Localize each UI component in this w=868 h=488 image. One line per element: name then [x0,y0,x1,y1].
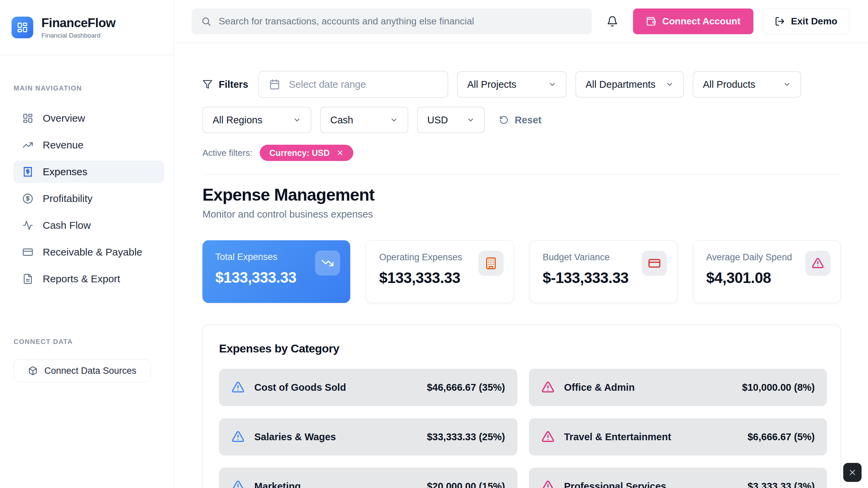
projects-select-value: All Projects [467,79,516,90]
category-row-salaries-wages[interactable]: Salaries & Wages $33,333.33 (25%) [219,418,517,455]
credit-card-icon [22,247,33,258]
connect-data-sources-button[interactable]: Connect Data Sources [14,359,151,382]
category-value: $46,666.67 (35%) [427,382,505,393]
nav-section-label: MAIN NAVIGATION [14,84,164,92]
remove-filter-icon[interactable] [336,149,344,157]
expenses-by-category-card: Expenses by Category Cost of Goods Sold … [202,325,841,488]
filter-row-2: All Regions Cash USD Reset [202,107,841,133]
currency-select[interactable]: USD [417,107,485,133]
reset-filters-button[interactable]: Reset [499,115,541,126]
sidebar: FinanceFlow Financial Dashboard MAIN NAV… [0,0,174,488]
category-section-title: Expenses by Category [219,342,827,355]
alert-triangle-icon [541,381,555,394]
regions-select-value: All Regions [213,115,262,126]
category-value: $6,666.67 (5%) [748,431,815,443]
filters-panel: Filters Select date range All Projects A… [202,71,841,175]
category-label: Travel & Entertainment [564,431,738,443]
category-row-marketing[interactable]: Marketing $20,000.00 (15%) [219,468,517,488]
connect-account-button[interactable]: Connect Account [633,8,753,34]
category-label: Salaries & Wages [254,431,417,443]
category-label: Office & Admin [564,382,733,393]
filters-title-label: Filters [219,79,248,90]
main-navigation: MAIN NAVIGATION Overview Revenue Expense… [0,55,174,290]
brand-text: FinanceFlow Financial Dashboard [41,16,116,39]
connect-section-label: CONNECT DATA [14,338,164,346]
page-subtitle: Monitor and control business expenses [202,209,841,220]
topbar: Connect Account Exit Demo [174,0,868,43]
connect-account-label: Connect Account [662,16,741,27]
alert-triangle-icon [541,480,555,488]
cube-icon [28,366,38,375]
departments-select[interactable]: All Departments [575,71,684,98]
x-icon [848,468,857,477]
trending-down-icon [321,257,334,269]
sidebar-item-receivable-payable[interactable]: Receivable & Payable [14,241,164,263]
connect-data-sources-label: Connect Data Sources [44,366,137,376]
sidebar-item-profitability[interactable]: Profitability [14,187,164,210]
cash-basis-select[interactable]: Cash [320,107,408,133]
category-row-travel-entertainment[interactable]: Travel & Entertainment $6,666.67 (5%) [529,418,827,455]
category-label: Cost of Goods Sold [254,382,417,393]
sidebar-item-expenses[interactable]: Expenses [14,161,164,183]
chevron-down-icon [293,116,301,124]
date-range-input[interactable]: Select date range [258,71,448,98]
departments-select-value: All Departments [586,79,655,90]
stat-icon-badge [642,251,667,276]
funnel-icon [202,79,213,89]
content: Filters Select date range All Projects A… [174,43,868,488]
app-tagline: Financial Dashboard [41,32,116,39]
sidebar-item-label: Profitability [43,193,93,204]
sidebar-item-label: Cash Flow [43,220,91,231]
credit-card-icon [648,257,661,270]
filter-row-1: Filters Select date range All Projects A… [202,71,841,98]
global-search[interactable] [192,8,592,34]
chevron-down-icon [548,80,556,88]
chevron-down-icon [390,116,398,124]
connect-data-section: CONNECT DATA Connect Data Sources [0,294,174,382]
stat-card-total-expenses[interactable]: Total Expenses $133,333.33 [202,240,350,303]
regions-select[interactable]: All Regions [202,107,311,133]
category-label: Marketing [254,481,417,488]
stat-card-budget-variance[interactable]: Budget Variance $-133,333.33 [530,240,677,303]
category-value: $20,000.00 (15%) [427,481,505,488]
exit-demo-label: Exit Demo [791,16,837,27]
file-text-icon [22,273,33,284]
active-filters-row: Active filters: Currency: USD [202,145,841,161]
calendar-icon [269,79,280,90]
cash-basis-select-value: Cash [330,115,353,126]
app-logo [12,17,33,38]
notifications-button[interactable] [607,16,618,27]
category-value: $33,333.33 (25%) [427,431,505,443]
layout-dashboard-icon [22,113,33,124]
sidebar-item-reports-export[interactable]: Reports & Export [14,268,164,290]
stat-icon-badge [478,251,504,276]
projects-select[interactable]: All Projects [457,71,567,98]
layout-dashboard-icon [17,22,28,33]
category-row-professional-services[interactable]: Professional Services $3,333.33 (3%) [529,468,827,488]
sidebar-item-revenue[interactable]: Revenue [14,134,164,156]
close-overlay-button[interactable] [843,463,862,482]
sidebar-item-cash-flow[interactable]: Cash Flow [14,214,164,237]
products-select[interactable]: All Products [693,71,801,98]
stat-cards: Total Expenses $133,333.33 Operating Exp… [202,240,841,303]
date-range-placeholder: Select date range [289,79,366,90]
category-row-office-admin[interactable]: Office & Admin $10,000.00 (8%) [529,369,827,406]
sidebar-item-label: Reports & Export [43,273,120,285]
stat-card-average-daily-spend[interactable]: Average Daily Spend $4,301.08 [693,240,841,303]
category-row-cost-of-goods-sold[interactable]: Cost of Goods Sold $46,666.67 (35%) [219,369,517,406]
exit-demo-button[interactable]: Exit Demo [763,8,849,34]
active-filter-chip-currency[interactable]: Currency: USD [260,145,353,161]
activity-icon [22,220,33,231]
logout-icon [775,16,785,26]
stat-icon-badge [805,251,830,276]
rotate-ccw-icon [499,115,509,125]
building-icon [485,257,497,270]
sidebar-item-overview[interactable]: Overview [14,107,164,129]
category-value: $10,000.00 (8%) [742,382,815,393]
bell-icon [607,16,618,27]
stat-card-operating-expenses[interactable]: Operating Expenses $133,333.33 [366,240,514,303]
app-title: FinanceFlow [41,16,116,30]
search-icon [201,16,211,26]
search-input[interactable] [219,16,582,27]
sidebar-item-label: Receivable & Payable [43,246,142,258]
